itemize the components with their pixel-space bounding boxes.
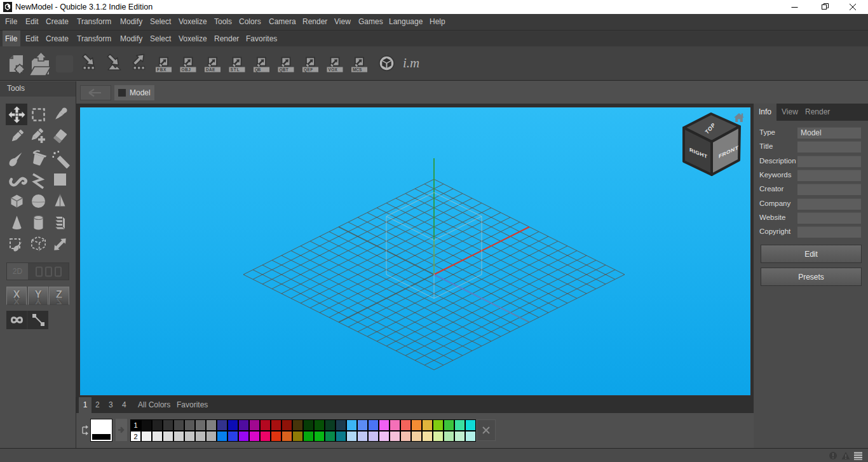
svg-text:i.m: i.m: [403, 55, 419, 71]
svg-text:OBJ: OBJ: [182, 67, 191, 72]
svg-text:VOX: VOX: [329, 67, 338, 72]
svg-text:DAE: DAE: [206, 67, 215, 72]
svg-text:QBT: QBT: [280, 67, 289, 72]
svg-text:STL: STL: [231, 67, 240, 72]
svg-text:FBX: FBX: [157, 67, 166, 72]
svg-text:MCS: MCS: [353, 67, 362, 72]
svg-text:QB: QB: [255, 67, 261, 72]
svg-text:QEF: QEF: [304, 67, 313, 72]
